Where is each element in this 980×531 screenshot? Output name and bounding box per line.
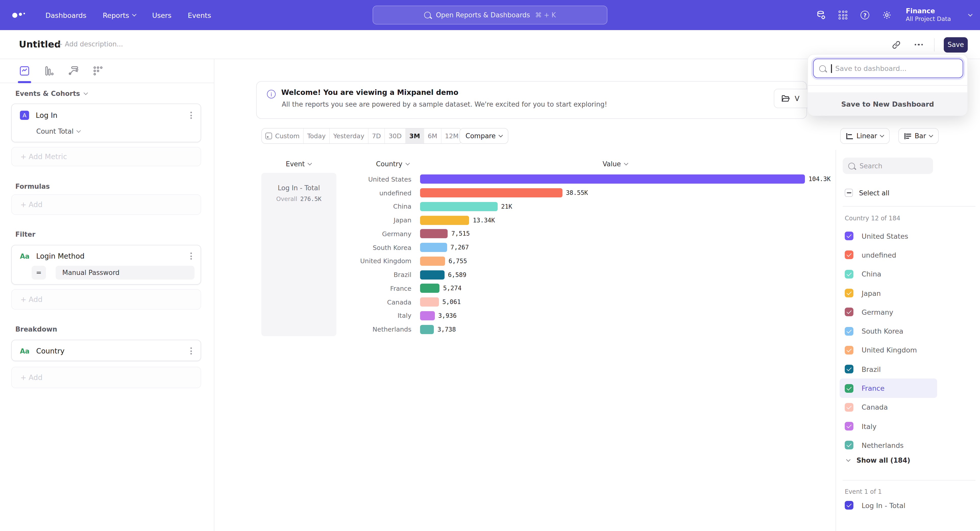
metric-card[interactable]: A Log In Count Total (11, 103, 201, 142)
tab-retention[interactable] (92, 63, 104, 79)
bar[interactable] (420, 284, 439, 293)
copy-link-icon[interactable] (890, 38, 902, 51)
metric-aggregation-dropdown[interactable]: Count Total (36, 127, 80, 135)
panel-search-input[interactable]: Search (843, 158, 933, 174)
checkbox-checked[interactable] (845, 289, 853, 297)
nav-item-reports[interactable]: Reports (103, 11, 136, 19)
add-metric-button[interactable]: + Add Metric (11, 147, 201, 166)
bar[interactable] (420, 175, 805, 184)
save-to-new-dashboard-button[interactable]: Save to New Dashboard (808, 92, 967, 116)
bar[interactable] (420, 216, 469, 225)
select-all-row[interactable]: Select all (845, 189, 889, 197)
bar[interactable] (420, 257, 445, 266)
compare-button[interactable]: Compare (460, 128, 508, 144)
breakdown-property-name[interactable]: Country (36, 347, 65, 355)
column-header-value[interactable]: Value (603, 160, 627, 168)
range-12m[interactable]: 12M (441, 128, 462, 143)
filter-property-name[interactable]: Login Method (36, 252, 84, 260)
apps-grid-icon[interactable] (838, 10, 848, 20)
event-filter-checkbox[interactable] (845, 501, 853, 510)
bar[interactable] (420, 270, 444, 279)
metric-more-icon[interactable] (189, 110, 193, 120)
nav-item-users[interactable]: Users (152, 11, 172, 19)
nav-item-dashboards[interactable]: Dashboards (45, 11, 86, 19)
bar[interactable] (420, 229, 448, 238)
bar[interactable] (420, 311, 434, 320)
filter-card[interactable]: Aa Login Method = Manual Password (11, 245, 201, 285)
scale-dropdown[interactable]: Linear (840, 128, 890, 144)
country-filter-row-south-korea[interactable]: South Korea (840, 322, 937, 341)
breakdown-more-icon[interactable] (189, 346, 193, 356)
filter-operator[interactable]: = (32, 266, 46, 279)
global-search[interactable]: Open Reports & Dashboards ⌘ + K (372, 6, 608, 24)
chart-type-dropdown[interactable]: Bar (898, 128, 939, 144)
range-yesterday[interactable]: Yesterday (329, 128, 368, 143)
select-all-checkbox[interactable] (845, 189, 853, 197)
checkbox-checked[interactable] (845, 346, 853, 355)
range-7d[interactable]: 7D (368, 128, 384, 143)
tab-funnels[interactable] (43, 63, 55, 79)
nav-item-events[interactable]: Events (188, 11, 211, 19)
bar[interactable] (420, 188, 562, 197)
tab-insights[interactable] (18, 63, 30, 79)
country-filter-row-germany[interactable]: Germany (840, 303, 937, 322)
data-management-icon[interactable] (816, 10, 826, 20)
more-options-button[interactable] (913, 38, 925, 51)
checkbox-checked[interactable] (845, 384, 853, 393)
project-switcher[interactable]: Finance All Project Data (906, 7, 951, 23)
save-button[interactable]: Save (944, 37, 968, 52)
chart-row-china: China21K (336, 200, 835, 214)
column-header-event[interactable]: Event (286, 160, 312, 168)
bar[interactable] (420, 297, 439, 307)
event-filter-row[interactable]: Log In - Total (845, 501, 905, 510)
report-description-placeholder[interactable]: + Add description... (57, 40, 123, 48)
report-title[interactable]: Untitled (19, 39, 61, 49)
overall-value: 276.5K (301, 195, 321, 203)
checkbox-checked[interactable] (845, 327, 853, 335)
country-filter-row-united-states[interactable]: United States (840, 227, 937, 246)
checkbox-checked[interactable] (845, 251, 853, 259)
range-custom[interactable]: Custom (262, 128, 303, 143)
checkbox-checked[interactable] (845, 365, 853, 373)
settings-gear-icon[interactable] (882, 10, 892, 20)
metric-name[interactable]: Log In (36, 111, 57, 119)
column-header-country[interactable]: Country (376, 160, 409, 168)
bar[interactable] (420, 202, 498, 211)
bar[interactable] (420, 325, 434, 334)
filter-value[interactable]: Manual Password (56, 266, 194, 279)
event-series-cell[interactable]: Log In - Total Overall 276.5K (261, 173, 336, 336)
range-today[interactable]: Today (303, 128, 329, 143)
country-filter-row-canada[interactable]: Canada (840, 398, 937, 417)
tab-flows[interactable] (67, 63, 80, 79)
bar[interactable] (420, 243, 447, 252)
range-3m[interactable]: 3M (405, 128, 424, 143)
events-cohorts-header[interactable]: Events & Cohorts (15, 90, 87, 97)
mixpanel-logo-icon[interactable] (12, 13, 25, 17)
country-filter-row-italy[interactable]: Italy (840, 417, 937, 436)
checkbox-checked[interactable] (845, 441, 853, 450)
checkbox-checked[interactable] (845, 422, 853, 431)
chart-row-italy: Italy3,936 (336, 309, 835, 323)
country-filter-row-netherlands[interactable]: Netherlands (840, 436, 937, 455)
filter-more-icon[interactable] (189, 251, 193, 261)
add-breakdown-button[interactable]: + Add (11, 367, 201, 388)
country-filter-row-undefined[interactable]: undefined (840, 246, 937, 265)
checkbox-checked[interactable] (845, 403, 853, 412)
range-6m[interactable]: 6M (424, 128, 441, 143)
country-filter-row-china[interactable]: China (840, 265, 937, 284)
help-icon[interactable]: ? (860, 10, 870, 20)
breakdown-card[interactable]: Aa Country (11, 340, 201, 361)
bar-value: 21K (501, 203, 512, 210)
country-filter-row-france[interactable]: France (840, 379, 937, 398)
checkbox-checked[interactable] (845, 231, 853, 240)
add-filter-button[interactable]: + Add (11, 289, 201, 310)
checkbox-checked[interactable] (845, 269, 853, 278)
add-formula-button[interactable]: + Add (11, 194, 201, 215)
show-all-button[interactable]: Show all (184) (847, 457, 910, 464)
range-30d[interactable]: 30D (385, 128, 405, 143)
country-filter-row-japan[interactable]: Japan (840, 284, 937, 303)
country-filter-row-united-kingdom[interactable]: United Kingdom (840, 341, 937, 360)
country-filter-row-brazil[interactable]: Brazil (840, 360, 937, 379)
checkbox-checked[interactable] (845, 308, 853, 317)
dashboard-search-input[interactable]: Save to dashboard... (813, 59, 963, 78)
